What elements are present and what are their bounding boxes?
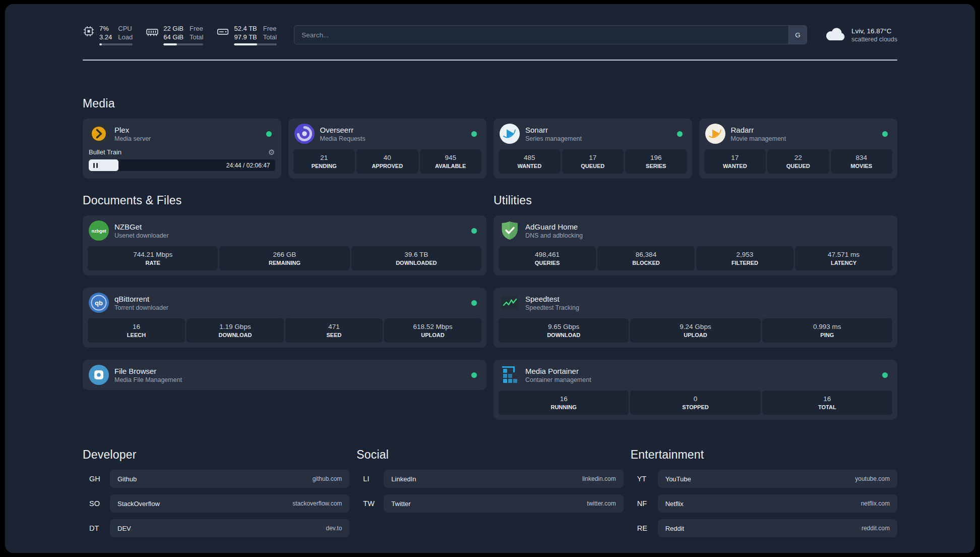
service-card-nzbget[interactable]: nzbget NZBGet Usenet downloader 744.21 M… [83, 215, 486, 275]
service-name: Media Portainer [525, 367, 591, 375]
cpu-usage-bar [99, 43, 133, 45]
search-provider-button[interactable]: G [788, 26, 807, 44]
playback-time: 24:44 / 02:06:47 [226, 162, 275, 169]
search: G [294, 25, 807, 44]
bookmark-row: YT YouTube youtube.com [631, 470, 897, 488]
stat-tile: 40APPROVED [356, 149, 418, 174]
section-title-utilities: Utilities [494, 194, 897, 207]
bookmark-abbr: RE [631, 524, 658, 532]
bookmark-stackoverflow[interactable]: StackOverflow stackoverflow.com [110, 494, 349, 513]
section-media: Media Plex Media server Bullet Tra [83, 97, 897, 179]
service-card-sonarr[interactable]: Sonarr Series management 485WANTED 17QUE… [494, 119, 692, 179]
adguard-icon [500, 220, 520, 241]
stat-tile: 266 GBREMAINING [219, 246, 349, 270]
stat-tile: 834MOVIES [831, 149, 893, 174]
bookmark-abbr: NF [631, 499, 658, 508]
topbar-divider [83, 60, 897, 61]
radarr-icon [705, 124, 725, 144]
bookmark-row: GH Github github.com [83, 470, 349, 488]
bookmark-linkedin[interactable]: LinkedIn linkedin.com [384, 470, 623, 488]
stat-tile: 0.993 msPING [762, 318, 892, 343]
service-card-radarr[interactable]: Radarr Movie management 17WANTED 22QUEUE… [699, 119, 898, 179]
stat-tile: 9.65 GbpsDOWNLOAD [499, 318, 629, 343]
service-card-qbittorrent[interactable]: qb qBittorrent Torrent downloader 16LEEC… [83, 288, 486, 348]
service-name: Sonarr [525, 126, 582, 134]
bookmark-reddit[interactable]: Reddit reddit.com [658, 519, 897, 537]
service-description: Media server [114, 135, 151, 142]
service-card-adguard[interactable]: AdGuard Home DNS and adblocking 498,461Q… [494, 215, 897, 275]
stat-tile: 39.6 TBDOWNLOADED [351, 246, 481, 270]
bookmark-abbr: GH [83, 475, 110, 483]
nzbget-icon: nzbget [89, 220, 109, 241]
bookmark-abbr: SO [83, 499, 110, 508]
status-dot [677, 131, 683, 137]
resource-monitors: 7% 3.24 CPU Load [83, 24, 277, 45]
service-description: Series management [525, 135, 582, 142]
service-description: Torrent downloader [114, 304, 168, 311]
pause-icon[interactable] [93, 163, 98, 168]
plex-now-playing: Bullet Train ⚙ 24:44 / 02:06:47 [88, 148, 276, 171]
filebrowser-icon [89, 365, 109, 385]
disk-total-value: 97.9 TB [234, 33, 257, 41]
section-utilities: Utilities AdGuard Home DNS and adblockin… [494, 194, 897, 420]
disk-free-label: Free [263, 24, 277, 33]
dashboard: 7% 3.24 CPU Load [5, 4, 975, 553]
status-dot [471, 228, 477, 234]
service-card-filebrowser[interactable]: File Browser Media File Management [83, 360, 486, 390]
bookmark-github[interactable]: Github github.com [110, 470, 349, 488]
bookmark-dev[interactable]: DEV dev.to [110, 519, 349, 537]
now-playing-title: Bullet Train [89, 148, 121, 156]
topbar: 7% 3.24 CPU Load [83, 4, 897, 45]
bookmark-twitter[interactable]: Twitter twitter.com [384, 494, 623, 513]
disk-total-label: Total [263, 33, 277, 41]
stat-tile: 744.21 MbpsRATE [88, 246, 218, 270]
service-card-overseerr[interactable]: Overseerr Media Requests 21PENDING 40APP… [288, 119, 487, 179]
svg-text:nzbget: nzbget [92, 229, 106, 234]
service-name: File Browser [114, 367, 182, 375]
service-name: Overseerr [320, 126, 365, 134]
bookmark-row: SO StackOverflow stackoverflow.com [83, 494, 349, 513]
stat-tile: 22QUEUED [767, 149, 829, 174]
bookmark-row: LI LinkedIn linkedin.com [356, 470, 623, 488]
service-name: Speedtest [525, 295, 579, 303]
bookmark-netflix[interactable]: Netflix netflix.com [658, 494, 897, 513]
section-title-social: Social [356, 448, 623, 462]
memory-free-value: 22 GiB [163, 24, 183, 33]
cpu-load-label: Load [118, 33, 133, 41]
stat-tile: 2,953FILTERED [696, 246, 793, 270]
service-description: Movie management [731, 135, 786, 142]
qbittorrent-icon: qb [89, 293, 109, 313]
service-card-speedtest[interactable]: Speedtest Speedtest Tracking 9.65 GbpsDO… [494, 288, 897, 348]
service-description: Container management [525, 376, 591, 383]
stat-tile: 47.571 msLATENCY [795, 246, 892, 270]
search-input[interactable] [294, 25, 807, 44]
section-title-developer: Developer [83, 448, 349, 462]
service-name: Plex [114, 126, 151, 134]
service-name: NZBGet [114, 222, 169, 231]
stat-tile: 196SERIES [625, 149, 687, 174]
status-dot [266, 131, 272, 137]
service-card-plex[interactable]: Plex Media server Bullet Train ⚙ [83, 119, 281, 179]
bookmark-row: DT DEV dev.to [83, 519, 349, 537]
section-title-documents: Documents & Files [83, 194, 486, 207]
service-card-portainer[interactable]: Media Portainer Container management 16R… [494, 360, 897, 420]
plex-icon [89, 124, 109, 144]
disk-icon [216, 25, 229, 38]
bookmark-abbr: DT [83, 524, 110, 532]
status-dot [471, 300, 477, 306]
section-title-media: Media [83, 97, 897, 110]
service-description: Media Requests [320, 135, 365, 142]
bookmark-abbr: TW [356, 499, 384, 508]
disk-free-value: 52.4 TB [234, 24, 257, 33]
svg-text:qb: qb [95, 299, 103, 307]
stat-tile: 498,461QUERIES [499, 246, 596, 270]
gear-icon[interactable]: ⚙ [268, 148, 275, 156]
weather-widget: Lviv, 16.87°C scattered clouds [824, 27, 897, 43]
memory-total-value: 64 GiB [163, 33, 183, 41]
sonarr-icon [500, 124, 520, 144]
stat-tile: 16TOTAL [762, 391, 892, 415]
cpu-icon [83, 25, 95, 37]
weather-location: Lviv, 16.87°C [851, 27, 897, 35]
bookmark-youtube[interactable]: YouTube youtube.com [658, 470, 897, 488]
bookmark-group-entertainment: Entertainment YT YouTube youtube.com NF … [631, 448, 897, 537]
